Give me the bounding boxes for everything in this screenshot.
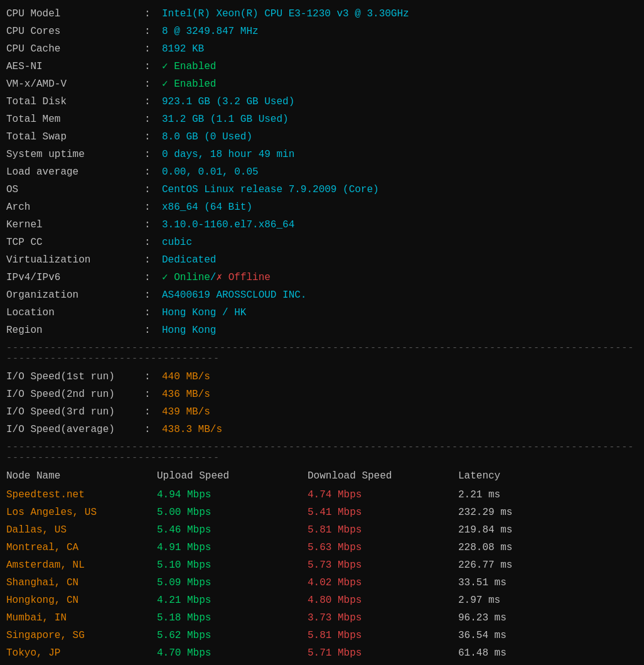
net-upload-speed: 5.09 Mbps: [157, 574, 308, 592]
ipv-slash: /: [210, 269, 217, 286]
total-disk-label: Total Disk: [6, 93, 144, 111]
divider-2: ----------------------------------------…: [6, 442, 638, 463]
location-colon: :: [144, 304, 157, 322]
io-avg-value: 438.3 MB/s: [162, 421, 222, 438]
io-run3-label: I/O Speed(3rd run): [6, 403, 144, 421]
virt-row: Virtualization : Dedicated: [6, 251, 638, 269]
io-run1-value: 440 MB/s: [162, 368, 210, 386]
net-node-name: Singapore, SG: [6, 627, 157, 644]
io-run2-label: I/O Speed(2nd run): [6, 386, 144, 403]
net-upload-speed: 5.10 Mbps: [157, 556, 308, 574]
tcp-cc-colon: :: [144, 234, 157, 251]
col-header-node: Node Name: [6, 467, 157, 485]
load-row: Load average : 0.00, 0.01, 0.05: [6, 163, 638, 181]
cpu-cores-value: 8 @ 3249.847 MHz: [162, 23, 259, 40]
cpu-cores-colon: :: [144, 23, 157, 40]
net-latency-value: 2.97 ms: [458, 592, 559, 609]
total-mem-row: Total Mem : 31.2 GB (1.1 GB Used): [6, 111, 638, 128]
os-row: OS : CentOS Linux release 7.9.2009 (Core…: [6, 181, 638, 198]
region-value: Hong Kong: [162, 322, 216, 339]
network-row: Singapore, SG5.62 Mbps5.81 Mbps36.54 ms: [6, 627, 638, 644]
net-node-name: Los Angeles, US: [6, 504, 157, 521]
net-upload-speed: 4.21 Mbps: [157, 592, 308, 609]
net-latency-value: 36.54 ms: [458, 627, 559, 644]
total-disk-row: Total Disk : 923.1 GB (3.2 GB Used): [6, 93, 638, 111]
tcp-cc-row: TCP CC : cubic: [6, 234, 638, 251]
vm-amd-label: VM-x/AMD-V: [6, 75, 144, 93]
os-value: CentOS Linux release 7.9.2009 (Core): [162, 181, 379, 198]
virt-colon: :: [144, 251, 157, 269]
network-row: Montreal, CA4.91 Mbps5.63 Mbps228.08 ms: [6, 539, 638, 556]
io-avg-colon: :: [144, 421, 157, 438]
aes-ni-colon: :: [144, 58, 157, 75]
net-node-name: Speedtest.net: [6, 486, 157, 504]
network-row: Los Angeles, US5.00 Mbps5.41 Mbps232.29 …: [6, 504, 638, 521]
net-node-name: Amsterdam, NL: [6, 556, 157, 574]
net-upload-speed: 4.94 Mbps: [157, 486, 308, 504]
kernel-value: 3.10.0-1160.el7.x86_64: [162, 216, 294, 234]
region-colon: :: [144, 322, 157, 339]
net-node-name: Mumbai, IN: [6, 609, 157, 627]
org-colon: :: [144, 286, 157, 304]
net-download-speed: 5.81 Mbps: [308, 627, 458, 644]
tcp-cc-label: TCP CC: [6, 234, 144, 251]
io-avg-label: I/O Speed(average): [6, 421, 144, 438]
network-header-row: Node Name Upload Speed Download Speed La…: [6, 467, 638, 485]
net-latency-value: 228.08 ms: [458, 539, 559, 556]
kernel-label: Kernel: [6, 216, 144, 234]
network-row: Speedtest.net4.94 Mbps4.74 Mbps2.21 ms: [6, 486, 638, 504]
io-run3-colon: :: [144, 403, 157, 421]
ipv-label: IPv4/IPv6: [6, 269, 144, 286]
network-row: Hongkong, CN4.21 Mbps4.80 Mbps2.97 ms: [6, 592, 638, 609]
load-label: Load average: [6, 163, 144, 181]
load-colon: :: [144, 163, 157, 181]
uptime-row: System uptime : 0 days, 18 hour 49 min: [6, 146, 638, 163]
vm-amd-value: ✓ Enabled: [162, 75, 216, 93]
net-node-name: Tokyo, JP: [6, 644, 157, 662]
divider-1: ----------------------------------------…: [6, 343, 638, 364]
total-disk-colon: :: [144, 93, 157, 111]
network-row: Tokyo, JP4.70 Mbps5.71 Mbps61.48 ms: [6, 644, 638, 662]
total-mem-colon: :: [144, 111, 157, 128]
net-upload-speed: 4.70 Mbps: [157, 644, 308, 662]
net-download-speed: 4.80 Mbps: [308, 592, 458, 609]
net-latency-value: 61.48 ms: [458, 644, 559, 662]
io-run3-value: 439 MB/s: [162, 403, 210, 421]
tcp-cc-value: cubic: [162, 234, 192, 251]
total-mem-value: 31.2 GB (1.1 GB Used): [162, 111, 289, 128]
arch-row: Arch : x86_64 (64 Bit): [6, 198, 638, 216]
net-latency-value: 226.77 ms: [458, 556, 559, 574]
total-swap-colon: :: [144, 128, 157, 146]
net-latency-value: 219.84 ms: [458, 521, 559, 539]
ipv4-online-text: ✓ Online: [162, 269, 210, 286]
io-run1-label: I/O Speed(1st run): [6, 368, 144, 386]
ipv-colon: :: [144, 269, 157, 286]
net-node-name: Dallas, US: [6, 521, 157, 539]
region-label: Region: [6, 322, 144, 339]
cpu-cache-colon: :: [144, 40, 157, 58]
net-upload-speed: 5.00 Mbps: [157, 504, 308, 521]
net-download-speed: 3.73 Mbps: [308, 609, 458, 627]
network-rows-container: Speedtest.net4.94 Mbps4.74 Mbps2.21 msLo…: [6, 486, 638, 662]
net-latency-value: 96.23 ms: [458, 609, 559, 627]
io-run1-row: I/O Speed(1st run) : 440 MB/s: [6, 368, 638, 386]
net-latency-value: 33.51 ms: [458, 574, 559, 592]
net-download-speed: 5.73 Mbps: [308, 556, 458, 574]
net-download-speed: 5.81 Mbps: [308, 521, 458, 539]
cpu-model-row: CPU Model : Intel(R) Xeon(R) CPU E3-1230…: [6, 5, 638, 23]
vm-amd-colon: :: [144, 75, 157, 93]
org-row: Organization : AS400619 AROSSCLOUD INC.: [6, 286, 638, 304]
cpu-cores-label: CPU Cores: [6, 23, 144, 40]
ipv-row: IPv4/IPv6 : ✓ Online / ✗ Offline: [6, 269, 638, 286]
os-colon: :: [144, 181, 157, 198]
net-upload-speed: 5.62 Mbps: [157, 627, 308, 644]
network-row: Amsterdam, NL5.10 Mbps5.73 Mbps226.77 ms: [6, 556, 638, 574]
cpu-cache-label: CPU Cache: [6, 40, 144, 58]
net-node-name: Hongkong, CN: [6, 592, 157, 609]
cpu-model-value: Intel(R) Xeon(R) CPU E3-1230 v3 @ 3.30GH…: [162, 5, 409, 23]
uptime-value: 0 days, 18 hour 49 min: [162, 146, 294, 163]
io-run1-colon: :: [144, 368, 157, 386]
col-header-latency: Latency: [458, 467, 559, 485]
net-download-speed: 4.02 Mbps: [308, 574, 458, 592]
total-swap-value: 8.0 GB (0 Used): [162, 128, 252, 146]
